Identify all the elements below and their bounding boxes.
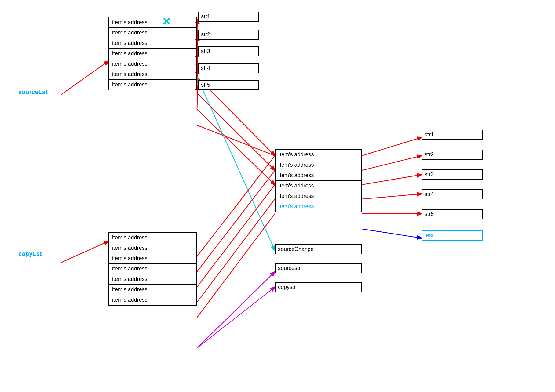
str3-box: str3: [198, 46, 259, 56]
str5-box: str5: [198, 80, 259, 90]
list-item: item's address: [276, 191, 361, 201]
sourcestr-box: sourcestr: [275, 263, 362, 273]
list-item: item's address: [109, 274, 196, 285]
list-item: item's address: [109, 80, 196, 90]
test-box: test: [422, 230, 483, 241]
svg-line-18: [362, 194, 422, 199]
svg-line-21: [197, 156, 275, 256]
svg-line-17: [362, 175, 422, 185]
svg-line-23: [197, 185, 275, 287]
svg-line-28: [61, 61, 108, 95]
str2-4-box: str4: [422, 189, 483, 199]
svg-line-16: [362, 156, 422, 170]
svg-line-27: [197, 287, 275, 348]
svg-line-12: [197, 109, 275, 185]
middle-list-container: item's address item's address item's add…: [275, 149, 362, 212]
list-item: item's address: [109, 233, 196, 243]
svg-line-20: [362, 229, 422, 238]
source-lst-container: item's address item's address item's add…: [108, 17, 197, 90]
str2-1-box: str1: [422, 130, 483, 140]
str2-box: str2: [198, 30, 259, 40]
copy-lst-label: copyLst: [18, 250, 42, 257]
list-item: item's address: [276, 150, 361, 160]
svg-line-22: [197, 170, 275, 272]
source-change-box: sourceChange: [275, 244, 362, 254]
list-item: item's address: [109, 285, 196, 295]
list-item: item's address: [276, 181, 361, 191]
svg-line-13: [197, 125, 275, 156]
source-lst-label: sourceLst: [18, 89, 48, 96]
svg-line-25: [197, 214, 275, 318]
list-item: item's address: [109, 59, 196, 69]
list-item: item's address: [109, 69, 196, 80]
list-item: item's address: [276, 160, 361, 170]
list-item: item's address: [109, 295, 196, 305]
list-item: item's address: [109, 243, 196, 253]
svg-line-14: [197, 77, 275, 250]
svg-line-29: [61, 241, 108, 263]
str2-5-box: str5: [422, 209, 483, 219]
str2-2-box: str2: [422, 150, 483, 160]
list-item: item's address: [109, 49, 196, 59]
list-item-blue: item's address: [276, 201, 361, 212]
str1-box: str1: [198, 12, 259, 22]
list-item: item's address: [109, 38, 196, 49]
list-item: item's address: [109, 28, 196, 38]
copystr-box: copystr: [275, 282, 362, 292]
list-item: item's address: [109, 264, 196, 274]
list-item: item's address: [276, 170, 361, 181]
svg-line-26: [197, 272, 275, 348]
svg-line-11: [197, 93, 275, 170]
copy-lst-container: item's address item's address item's add…: [108, 232, 197, 306]
str2-3-box: str3: [422, 169, 483, 180]
svg-line-15: [362, 137, 422, 156]
svg-line-24: [197, 199, 275, 302]
list-item: item's address: [109, 253, 196, 264]
list-item: item's address: [109, 17, 196, 28]
str4-box: str4: [198, 63, 259, 73]
